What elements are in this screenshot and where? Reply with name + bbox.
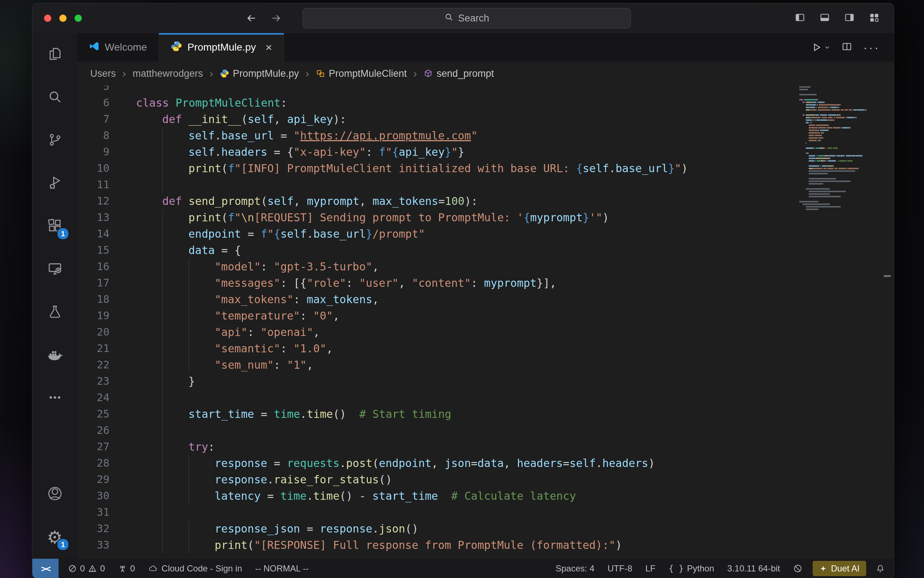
- zoom-window-button[interactable]: [74, 15, 82, 22]
- split-editor-icon[interactable]: [841, 41, 852, 54]
- remote-indicator[interactable]: ><: [32, 559, 58, 578]
- code-line[interactable]: 25start_time = time.time() # Start timin…: [77, 406, 894, 422]
- back-icon[interactable]: [245, 13, 257, 24]
- code-line[interactable]: 8self.base_url = "https://api.promptmule…: [77, 127, 894, 144]
- vscode-logo-icon: [89, 41, 100, 54]
- encoding-status[interactable]: UTF-8: [607, 563, 632, 574]
- language-status[interactable]: { } Python: [668, 563, 714, 574]
- code-line[interactable]: 12def send_prompt(self, myprompt, max_to…: [77, 193, 894, 209]
- sidebar-item-testing[interactable]: [32, 291, 77, 334]
- code-line[interactable]: 22"sem_num": "1",: [77, 357, 894, 373]
- code-line[interactable]: 20"api": "openai",: [77, 324, 894, 340]
- code-line[interactable]: 17"messages": [{"role": "user", "content…: [77, 275, 894, 291]
- notifications-status[interactable]: [875, 564, 885, 573]
- line-number: 15: [77, 242, 110, 258]
- settings-badge: 1: [57, 538, 69, 551]
- code-line[interactable]: 13print(f"\n[REQUEST] Sending prompt to …: [77, 209, 894, 226]
- class-symbol-icon: [316, 69, 325, 78]
- line-number: 9: [77, 144, 110, 160]
- code-line[interactable]: 15data = {: [77, 242, 894, 258]
- line-number: 6: [77, 95, 110, 111]
- scrollbar-mark[interactable]: [884, 275, 891, 277]
- sidebar-item-settings[interactable]: ⚙ 1: [32, 516, 77, 559]
- code-line[interactable]: 9self.headers = {"x-api-key": f"{api_key…: [77, 144, 894, 160]
- breadcrumb-users[interactable]: Users: [90, 68, 116, 80]
- line-number: 18: [77, 291, 110, 308]
- search-sidebar-icon: [47, 89, 63, 106]
- vim-mode-status[interactable]: -- NORMAL --: [256, 563, 309, 574]
- sidebar-item-docker[interactable]: [32, 334, 77, 377]
- code-line[interactable]: 29response.raise_for_status(): [77, 471, 894, 488]
- eol-status[interactable]: LF: [645, 563, 655, 574]
- code-line[interactable]: 11: [77, 177, 894, 193]
- cloud-code-status[interactable]: Cloud Code - Sign in: [148, 563, 242, 574]
- problems-status[interactable]: 0 0: [68, 563, 105, 574]
- remote-icon: ><: [41, 563, 50, 574]
- line-number: 21: [77, 340, 110, 357]
- title-bar[interactable]: Search: [32, 3, 894, 33]
- line-number: 13: [77, 209, 110, 226]
- breadcrumb-user-folder[interactable]: matthewrodgers: [133, 68, 203, 80]
- sidebar-item-extensions[interactable]: 1: [32, 205, 77, 248]
- customize-layout-icon[interactable]: [868, 12, 880, 24]
- code-line[interactable]: 19"temperature": "0",: [77, 308, 894, 324]
- code-line[interactable]: 31: [77, 504, 894, 521]
- code-line[interactable]: 27try:: [77, 438, 894, 455]
- sidebar-item-search[interactable]: [32, 76, 77, 119]
- forward-icon[interactable]: [270, 13, 282, 24]
- code-line[interactable]: 18"max_tokens": max_tokens,: [77, 291, 894, 308]
- code-line[interactable]: 6class PromptMuleClient:: [77, 95, 894, 111]
- toggle-secondary-sidebar-icon[interactable]: [844, 12, 855, 24]
- code-line[interactable]: 16"model": "gpt-3.5-turbo",: [77, 258, 894, 275]
- indentation-status[interactable]: Spaces: 4: [555, 563, 594, 574]
- line-number: 7: [77, 111, 110, 127]
- run-debug-icon: [47, 175, 63, 192]
- sidebar-item-accounts[interactable]: [32, 473, 77, 516]
- code-line[interactable]: 24: [77, 390, 894, 406]
- close-window-button[interactable]: [44, 15, 51, 22]
- code-line[interactable]: 32response_json = response.json(): [77, 521, 894, 537]
- interpreter-status[interactable]: 3.10.11 64-bit: [727, 563, 780, 574]
- line-number: 32: [77, 521, 110, 537]
- sidebar-item-remote-explorer[interactable]: [32, 248, 77, 291]
- search-icon: [444, 12, 454, 24]
- sidebar-item-explorer[interactable]: [32, 33, 77, 76]
- code-editor[interactable]: 56class PromptMuleClient:7def __init__(s…: [77, 86, 894, 559]
- cloud-off-status[interactable]: [793, 564, 803, 573]
- breadcrumb: Users › matthewrodgers › PromptMule.py ›…: [77, 62, 894, 86]
- code-line[interactable]: 26: [77, 422, 894, 438]
- toggle-panel-icon[interactable]: [819, 12, 830, 24]
- more-actions-icon[interactable]: ···: [863, 41, 880, 55]
- code-line[interactable]: 21"semantic": "1.0",: [77, 340, 894, 357]
- tab-welcome[interactable]: Welcome: [77, 33, 159, 62]
- code-line[interactable]: 7def __init__(self, api_key):: [77, 111, 894, 127]
- sidebar-item-source-control[interactable]: [32, 119, 77, 162]
- account-icon: [47, 486, 63, 503]
- sidebar-item-run-debug[interactable]: [32, 162, 77, 205]
- code-line[interactable]: 30latency = time.time() - start_time # C…: [77, 488, 894, 504]
- tab-label: Welcome: [105, 42, 147, 53]
- minimap[interactable]: [799, 86, 881, 210]
- code-line[interactable]: 5: [77, 86, 894, 95]
- code-line[interactable]: 14endpoint = f"{self.base_url}/prompt": [77, 226, 894, 242]
- run-file-icon[interactable]: [811, 42, 830, 53]
- minimize-window-button[interactable]: [59, 15, 66, 22]
- code-line[interactable]: 23}: [77, 373, 894, 390]
- breadcrumb-class[interactable]: PromptMuleClient: [316, 68, 407, 80]
- chevron-right-icon: ›: [210, 67, 213, 80]
- sidebar-item-more[interactable]: [32, 377, 77, 420]
- tab-promptmule[interactable]: PromptMule.py ×: [159, 33, 284, 62]
- code-line[interactable]: 28response = requests.post(endpoint, jso…: [77, 455, 894, 471]
- docker-icon: [47, 346, 63, 364]
- breadcrumb-file[interactable]: PromptMule.py: [220, 68, 299, 80]
- python-file-icon: [171, 41, 182, 55]
- line-number: 10: [77, 160, 110, 177]
- close-tab-icon[interactable]: ×: [265, 42, 272, 53]
- code-line[interactable]: 33print("[RESPONSE] Full response from P…: [77, 537, 894, 553]
- code-line[interactable]: 10print(f"[INFO] PromptMuleClient initia…: [77, 160, 894, 177]
- duet-ai-badge[interactable]: Duet AI: [813, 561, 866, 576]
- ports-status[interactable]: 0: [118, 563, 135, 574]
- breadcrumb-method[interactable]: send_prompt: [424, 68, 494, 80]
- toggle-sidebar-icon[interactable]: [794, 12, 806, 24]
- command-center-search[interactable]: Search: [303, 8, 631, 28]
